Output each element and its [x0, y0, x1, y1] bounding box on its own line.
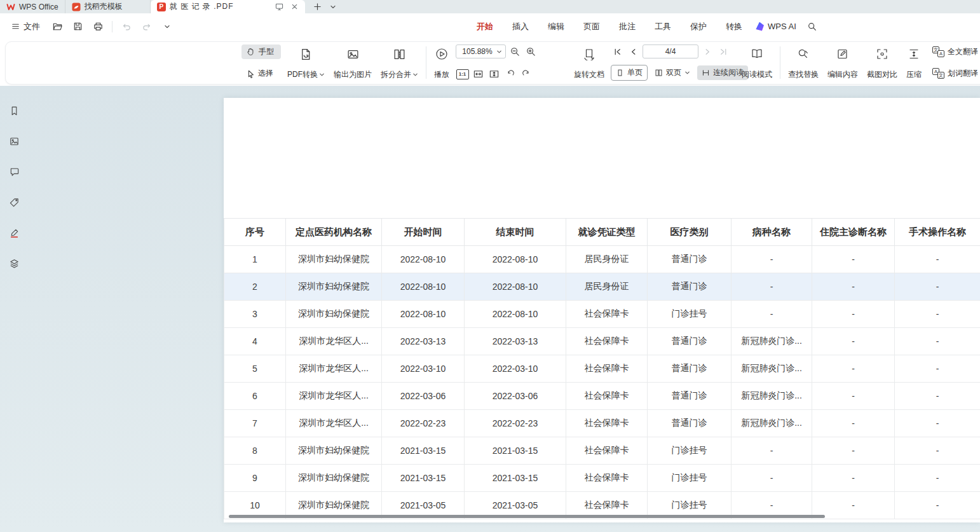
- rotate-doc-button[interactable]: 旋转文档: [571, 44, 607, 81]
- chevron-down-icon: [496, 49, 502, 55]
- translate-group: 文 A 全文翻译 A 文 划词翻译: [928, 44, 980, 81]
- rotate-right-button[interactable]: [519, 67, 533, 81]
- word-translate-button[interactable]: A 文 划词翻译: [928, 66, 980, 81]
- comments-panel-button[interactable]: [6, 163, 22, 180]
- search-icon: [807, 22, 817, 32]
- tags-panel-button[interactable]: [6, 194, 22, 210]
- last-page-button[interactable]: [717, 45, 730, 58]
- table-cell: -: [895, 437, 980, 465]
- zoom-input[interactable]: [459, 47, 495, 56]
- select-tool-button[interactable]: 选择: [242, 66, 281, 81]
- embedded-horizontal-scrollbar[interactable]: [229, 515, 825, 518]
- table-cell: 2022-08-10: [465, 246, 566, 273]
- zoom-in-button[interactable]: [524, 45, 538, 58]
- column-header: 序号: [224, 219, 286, 246]
- menu-tab-7[interactable]: 转换: [716, 17, 752, 36]
- compress-button[interactable]: 压缩: [904, 44, 924, 81]
- table-cell: 2022-03-10: [382, 355, 465, 383]
- table-cell: 门诊挂号: [648, 465, 732, 492]
- search-button[interactable]: [804, 18, 820, 35]
- next-page-button[interactable]: [701, 45, 714, 58]
- wps-ai-button[interactable]: WPS AI: [755, 22, 796, 31]
- pointer-tools-group: 手型 选择: [242, 44, 281, 81]
- read-mode-button[interactable]: 阅读模式: [739, 44, 775, 81]
- word-translate-label: 划词翻译: [948, 68, 978, 79]
- zoom-level-select[interactable]: [456, 44, 506, 58]
- fit-page-icon: [489, 69, 500, 79]
- zoom-out-button[interactable]: [508, 45, 522, 58]
- hand-tool-button[interactable]: 手型: [242, 44, 281, 59]
- column-header: 定点医药机构名称: [286, 219, 382, 246]
- pdf-page: 序号定点医药机构名称开始时间结束时间就诊凭证类型医疗类别病种名称住院主诊断名称手…: [224, 98, 980, 522]
- play-button[interactable]: 播放: [432, 44, 452, 81]
- chevron-down-icon: [319, 72, 325, 78]
- menu-tab-4[interactable]: 批注: [609, 17, 645, 36]
- column-header: 住院主诊断名称: [812, 219, 895, 246]
- doc-tab-docer[interactable]: 找稻壳模板: [65, 0, 151, 13]
- file-menu-button[interactable]: 文件: [6, 18, 45, 35]
- export-image-button[interactable]: 输出为图片: [331, 44, 374, 81]
- save-button[interactable]: [69, 18, 86, 35]
- menu-tab-2[interactable]: 编辑: [538, 17, 574, 36]
- menu-tab-0[interactable]: 开始: [467, 17, 503, 36]
- find-replace-button[interactable]: 查找替换: [786, 44, 821, 81]
- find-replace-icon: [797, 48, 810, 60]
- full-translate-button[interactable]: 文 A 全文翻译: [928, 44, 980, 59]
- close-tab-icon[interactable]: [289, 2, 301, 12]
- read-mode-label: 阅读模式: [742, 69, 772, 80]
- hand-icon: [246, 47, 255, 57]
- pdf-convert-button[interactable]: PDF转换: [285, 44, 327, 81]
- open-file-button[interactable]: [49, 18, 65, 35]
- actual-size-button[interactable]: 1:1: [456, 67, 469, 81]
- rotate-left-icon: [505, 69, 515, 79]
- table-cell: 7: [224, 410, 286, 437]
- tag-icon: [9, 197, 20, 208]
- fit-width-button[interactable]: [472, 67, 485, 81]
- table-cell: 4: [224, 328, 286, 355]
- page-number-input[interactable]: [643, 44, 698, 58]
- new-tab-button[interactable]: [311, 1, 324, 13]
- save-icon: [72, 21, 83, 32]
- screen-share-icon[interactable]: [274, 2, 285, 12]
- history-chevron[interactable]: [159, 18, 175, 35]
- doc-tab-active-pdf[interactable]: P 就 医 记 录 .PDF: [151, 0, 305, 13]
- first-page-button[interactable]: [611, 45, 624, 58]
- menu-tab-1[interactable]: 插入: [503, 17, 538, 36]
- single-page-button[interactable]: 单页: [611, 65, 648, 81]
- prev-page-icon: [629, 47, 638, 57]
- table-cell: -: [895, 355, 980, 383]
- doc-tab-title: 就 医 记 录 .PDF: [170, 1, 234, 12]
- double-page-button[interactable]: 双页: [650, 65, 695, 80]
- table-cell: -: [812, 328, 895, 355]
- table-cell: 6: [224, 383, 286, 410]
- thumbnails-panel-button[interactable]: [6, 133, 22, 149]
- column-header: 手术操作名称: [895, 219, 980, 246]
- prev-page-button[interactable]: [627, 45, 640, 58]
- medical-table: 序号定点医药机构名称开始时间结束时间就诊凭证类型医疗类别病种名称住院主诊断名称手…: [224, 218, 980, 519]
- layers-panel-button[interactable]: [6, 255, 22, 271]
- print-button[interactable]: [90, 18, 106, 35]
- redo-button[interactable]: [139, 18, 155, 35]
- screenshot-compare-button[interactable]: 截图对比: [864, 44, 900, 81]
- fit-page-button[interactable]: [487, 67, 501, 81]
- menu-tab-5[interactable]: 工具: [645, 17, 681, 36]
- split-merge-button[interactable]: 拆分合并: [378, 44, 421, 81]
- split-merge-label: 拆分合并: [381, 69, 411, 80]
- menu-tab-3[interactable]: 页面: [574, 17, 609, 36]
- window-tab-bar: WPS Office 找稻壳模板 P 就 医 记 录 .PDF: [0, 0, 980, 13]
- app-tab-wps-office[interactable]: WPS Office: [0, 0, 65, 13]
- annotate-panel-button[interactable]: [6, 224, 22, 241]
- tab-list-chevron[interactable]: [327, 1, 339, 13]
- fit-width-icon: [473, 69, 484, 79]
- edit-content-button[interactable]: 编辑内容: [825, 44, 861, 81]
- rotate-left-button[interactable]: [503, 67, 517, 81]
- bookmarks-panel-button[interactable]: [6, 102, 22, 119]
- continuous-read-icon: [702, 69, 710, 77]
- table-cell: -: [812, 437, 895, 465]
- table-cell: 2022-03-13: [382, 328, 465, 355]
- menu-tab-6[interactable]: 保护: [681, 17, 716, 36]
- table-row: 1深圳市妇幼保健院2022-08-102022-08-10居民身份证普通门诊--…: [224, 246, 980, 273]
- table-cell: 2: [224, 273, 286, 301]
- undo-button[interactable]: [118, 18, 135, 35]
- table-cell: -: [895, 246, 980, 273]
